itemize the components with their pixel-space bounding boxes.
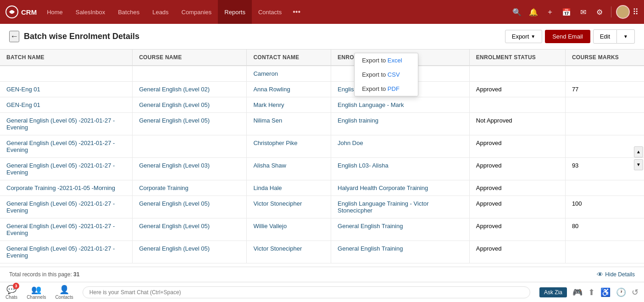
cell-batch[interactable]: General English (Level 05) -2021-01-27 -… (0, 241, 133, 263)
edit-dropdown-button[interactable]: ▼ (617, 29, 635, 44)
pdf-highlight: PDF (388, 85, 400, 92)
cell-course[interactable]: General English (Level 05) (133, 241, 247, 263)
cell-contact[interactable]: Alisha Shaw (247, 158, 331, 180)
total-count: 31 (73, 271, 79, 278)
accessibility-icon[interactable]: ♿ (600, 287, 611, 297)
ask-zia-button[interactable]: Ask Zia (539, 287, 567, 297)
export-button[interactable]: Export ▼ (505, 30, 542, 43)
cell-status: Approved (469, 82, 565, 97)
grid-button[interactable]: ⠿ (633, 7, 638, 17)
cell-contact[interactable]: Christopher Pike (247, 135, 331, 158)
bottom-bar: 💬 3 Chats 👥 Channels 👤 Contacts Ask Zia … (0, 282, 644, 302)
cell-contact[interactable]: Nilima Sen (247, 113, 331, 135)
cell-course[interactable]: General English (Level 05) (133, 218, 247, 241)
cell-batch[interactable]: General English (Level 05) -2021-01-27 -… (0, 135, 133, 158)
chat-badge: 3 (13, 283, 19, 289)
cell-enrolment[interactable]: English L03- Alisha (331, 158, 470, 180)
nav-home[interactable]: Home (40, 0, 69, 24)
cell-marks: 80 (565, 218, 644, 241)
cell-enrolment[interactable]: John Doe (331, 135, 470, 158)
cell-batch[interactable]: General English (Level 05) -2021-01-27 -… (0, 196, 133, 218)
table-row: GEN-Eng 01General English (Level 05)Mark… (0, 97, 644, 113)
cell-batch[interactable]: GEN-Eng 01 (0, 97, 133, 113)
cell-contact[interactable]: Anna Rowling (247, 82, 331, 97)
export-csv-item[interactable]: Export to CSV (355, 67, 418, 82)
header-actions: Export ▼ Export to Excel Export to CSV E… (505, 29, 635, 44)
table-row: Cameron (0, 66, 644, 82)
cell-marks: 93 (565, 158, 644, 180)
email-button[interactable]: ✉ (576, 5, 590, 19)
export-excel-item[interactable]: Export to Excel (355, 53, 418, 67)
cell-enrolment[interactable]: English training (331, 113, 470, 135)
cell-course[interactable]: General English (Level 05) (133, 196, 247, 218)
nav-contacts[interactable]: Contacts (252, 0, 288, 24)
export-pdf-item[interactable]: Export to PDF (355, 82, 418, 96)
add-button[interactable]: ＋ (543, 5, 557, 19)
cell-enrolment[interactable]: General English Training (331, 241, 470, 263)
cell-enrolment[interactable]: Halyard Health Corporate Training (331, 180, 470, 196)
nav-companies[interactable]: Companies (175, 0, 218, 24)
settings-button[interactable]: ⚙ (593, 5, 606, 19)
cell-course[interactable]: General English (Level 05) (133, 97, 247, 113)
cell-enrolment[interactable]: English Language Training - Victor Stone… (331, 196, 470, 218)
cell-batch[interactable]: Corporate Training -2021-01-05 -Morning (0, 180, 133, 196)
cell-course[interactable]: General English (Level 05) (133, 113, 247, 135)
upload-icon[interactable]: ⬆ (588, 287, 595, 297)
cell-batch[interactable]: GEN-Eng 01 (0, 82, 133, 97)
cell-status: Approved (469, 196, 565, 218)
cell-status: Approved (469, 241, 565, 263)
cell-course[interactable]: General English (Level 03) (133, 158, 247, 180)
table-container[interactable]: BATCH NAME COURSE NAME CONTACT NAME ENRO… (0, 50, 644, 267)
smart-chat-input[interactable] (83, 286, 530, 298)
cell-course[interactable]: General English (Level 02) (133, 82, 247, 97)
cell-course[interactable]: Corporate Training (133, 180, 247, 196)
hide-details-button[interactable]: 👁 Hide Details (597, 271, 635, 278)
nav-batches[interactable]: Batches (111, 0, 146, 24)
cell-contact[interactable]: Victor Stonecipher (247, 241, 331, 263)
cell-batch[interactable]: General English (Level 05) -2021-01-27 -… (0, 158, 133, 180)
table-row: General English (Level 05) -2021-01-27 -… (0, 241, 644, 263)
cell-marks (565, 135, 644, 158)
cell-batch[interactable]: General English (Level 05) -2021-01-27 -… (0, 113, 133, 135)
contacts-button[interactable]: 👤 Contacts (55, 285, 73, 300)
logo[interactable]: CRM (6, 6, 37, 18)
table-footer: Total records in this page: 31 👁 Hide De… (0, 267, 644, 282)
enrolment-table: BATCH NAME COURSE NAME CONTACT NAME ENRO… (0, 50, 644, 263)
channels-icon: 👥 (31, 285, 41, 295)
cell-contact[interactable]: Cameron (247, 66, 331, 82)
cell-contact[interactable]: Victor Stonecipher (247, 196, 331, 218)
calendar-button[interactable]: 📅 (560, 5, 573, 19)
cell-contact[interactable]: Linda Hale (247, 180, 331, 196)
cell-batch[interactable]: General English (Level 05) -2021-01-27 -… (0, 218, 133, 241)
back-button[interactable]: ← (9, 31, 19, 42)
cell-enrolment[interactable]: General English Training (331, 218, 470, 241)
top-nav: CRM Home SalesInbox Batches Leads Compan… (0, 0, 644, 24)
scroll-up-arrow[interactable]: ▲ (634, 146, 643, 157)
cell-enrolment[interactable]: English Language - Mark (331, 97, 470, 113)
gamepad-icon[interactable]: 🎮 (572, 287, 583, 297)
send-email-button[interactable]: Send Email (545, 30, 590, 43)
nav-more[interactable]: ••• (288, 8, 305, 16)
col-header-course: COURSE NAME (133, 50, 247, 66)
cell-course (133, 135, 247, 158)
avatar[interactable] (616, 5, 630, 19)
col-header-batch: BATCH NAME (0, 50, 133, 66)
cell-contact[interactable]: Mark Henry (247, 97, 331, 113)
channels-button[interactable]: 👥 Channels (27, 285, 46, 300)
nav-divider (611, 6, 611, 17)
page-title: Batch wise Enrolment Details (24, 32, 505, 41)
history-icon[interactable]: ↺ (632, 287, 638, 297)
chats-button[interactable]: 💬 3 Chats (6, 285, 17, 300)
search-button[interactable]: 🔍 (510, 5, 524, 19)
scroll-down-arrow[interactable]: ▼ (634, 159, 643, 170)
edit-button[interactable]: Edit (593, 29, 617, 44)
nav-leads[interactable]: Leads (146, 0, 175, 24)
col-header-contact: CONTACT NAME (247, 50, 331, 66)
clock-icon[interactable]: 🕐 (616, 287, 626, 297)
cell-contact[interactable]: Willie Vallejo (247, 218, 331, 241)
notifications-button[interactable]: 🔔 (527, 5, 540, 19)
nav-reports[interactable]: Reports (218, 0, 252, 24)
nav-salesinbox[interactable]: SalesInbox (69, 0, 111, 24)
table-row: General English (Level 05) -2021-01-27 -… (0, 113, 644, 135)
cell-status (469, 66, 565, 82)
